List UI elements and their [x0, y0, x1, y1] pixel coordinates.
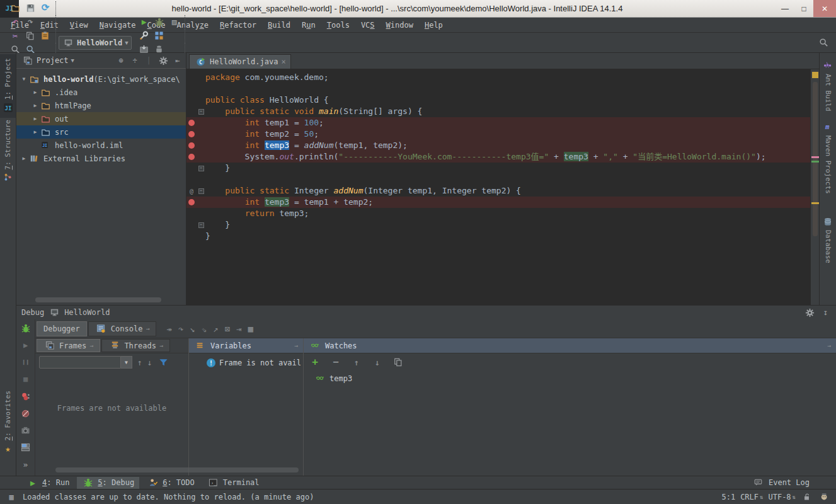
redo-icon[interactable]: ↷: [24, 16, 37, 28]
copy-icon[interactable]: [24, 30, 37, 42]
stripe-tab-ant-build[interactable]: Ant Build: [820, 55, 836, 115]
toolwindow-button-terminal[interactable]: ›_Terminal: [202, 477, 265, 489]
gear-icon[interactable]: [157, 54, 169, 67]
code-line-7[interactable]: int temp3 = addNum(temp1, temp2);: [186, 140, 810, 151]
debug-icon[interactable]: [153, 16, 166, 28]
close-tab-icon[interactable]: ×: [281, 57, 285, 66]
cut-icon[interactable]: ✂: [9, 30, 21, 42]
collapse-all-icon[interactable]: ÷: [129, 56, 140, 65]
remove-icon[interactable]: −: [329, 356, 342, 369]
lock-open-icon[interactable]: [801, 491, 813, 503]
watch-item-temp3[interactable]: temp3: [304, 371, 836, 385]
resume-icon[interactable]: ▶: [20, 339, 32, 352]
locate-file-icon[interactable]: ⊕: [115, 56, 127, 65]
code-line-10[interactable]: [186, 174, 810, 185]
expand-arrow-icon[interactable]: ▶: [31, 103, 39, 108]
tree-item-external-libraries[interactable]: ▶External Libraries: [16, 152, 186, 165]
rerun-icon[interactable]: [20, 322, 32, 335]
combo-dropdown-button[interactable]: ▼: [121, 356, 132, 369]
expand-arrow-icon[interactable]: ▶: [20, 156, 28, 161]
force-step-into-icon[interactable]: ⇘: [202, 324, 207, 334]
expand-arrow-icon[interactable]: ▶: [31, 89, 39, 95]
stripe-tab-7-structure[interactable]: 7: Structure: [0, 116, 16, 188]
code-line-14[interactable]: − }: [186, 219, 810, 231]
debug-tab-debugger[interactable]: Debugger: [37, 321, 87, 336]
tree-item-hello-world[interactable]: ▼hello-world (E:\git_work_space\: [16, 72, 186, 86]
encoding-selector[interactable]: UTF-8⇅: [768, 493, 796, 501]
tree-item-hello-world-iml[interactable]: JIhello-world.iml: [16, 139, 186, 152]
up-icon[interactable]: ↑: [350, 356, 363, 369]
stripe-mark-pink[interactable]: [811, 156, 819, 158]
line-separator-selector[interactable]: CRLF⇅: [740, 493, 763, 501]
step-out-icon[interactable]: ↗: [213, 324, 218, 334]
toolwindow-button-5-debug[interactable]: 5: Debug: [77, 477, 139, 489]
down-icon[interactable]: ↓: [371, 356, 384, 369]
view-breakpoints-icon[interactable]: [20, 390, 32, 403]
code-line-2[interactable]: [186, 83, 810, 94]
code-line-15[interactable]: }: [186, 231, 810, 242]
code-line-11[interactable]: @− public static Integer addNum(Integer …: [186, 185, 810, 197]
toolwindow-button-4-run[interactable]: ▶4: Run: [21, 477, 74, 489]
tree-item-src[interactable]: ▶src: [16, 125, 186, 139]
show-execution-point-icon[interactable]: ↠: [166, 324, 171, 334]
stripe-tab-2-favorites[interactable]: 2: Favorites★: [0, 387, 16, 459]
search-everywhere-icon[interactable]: [817, 37, 830, 49]
stripe-mark-orange[interactable]: [811, 202, 819, 204]
mute-breakpoints-icon[interactable]: [20, 407, 32, 420]
save-icon[interactable]: [24, 2, 37, 14]
code-line-12[interactable]: int temp3 = temp1 + temp2;: [186, 197, 810, 208]
expand-arrow-icon[interactable]: ▶: [31, 116, 39, 122]
menu-item-window[interactable]: Window: [381, 20, 419, 31]
minimize-button[interactable]: —: [776, 0, 794, 17]
frame-up-icon[interactable]: ↑: [137, 358, 142, 367]
gear-icon[interactable]: [803, 306, 816, 319]
editor-error-stripe[interactable]: [810, 69, 819, 305]
run-to-cursor-icon[interactable]: ⇥: [236, 324, 241, 334]
open-icon[interactable]: [9, 2, 21, 14]
tree-item-htmlpage[interactable]: ▶htmlPage: [16, 99, 186, 112]
paste-icon[interactable]: [39, 30, 52, 42]
frames-tab-threads[interactable]: Threads→: [101, 339, 170, 352]
breakpoint-icon[interactable]: [186, 129, 197, 140]
run-configuration-combo[interactable]: HelloWorld ▼: [59, 36, 132, 50]
code-line-5[interactable]: int temp1 = 100;: [186, 117, 810, 129]
stripe-mark-green[interactable]: [811, 161, 819, 163]
code-line-6[interactable]: int temp2 = 50;: [186, 129, 810, 140]
tool-window-switcher-icon[interactable]: ▦: [5, 491, 18, 503]
stripe-tab-database[interactable]: Database: [820, 212, 836, 267]
expand-arrow-icon[interactable]: ▶: [31, 129, 39, 135]
code-line-9[interactable]: − }: [186, 163, 810, 174]
watches-header[interactable]: Watches →: [304, 338, 836, 353]
pause-icon[interactable]: ❙❙: [20, 356, 32, 369]
variables-header[interactable]: Variables →: [189, 338, 303, 353]
hide-debug-panel-icon[interactable]: ↧: [820, 308, 831, 317]
fold-marker-icon[interactable]: −: [197, 219, 205, 231]
tree-item-idea[interactable]: ▶.idea: [16, 86, 186, 99]
debug-tab-console[interactable]: Console→: [88, 321, 157, 336]
fold-marker-icon[interactable]: −: [197, 106, 205, 117]
debug-horizontal-scrollbar[interactable]: [55, 467, 299, 472]
add-icon[interactable]: +: [309, 356, 321, 369]
tree-item-out[interactable]: ▶out: [16, 112, 186, 125]
maximize-button[interactable]: □: [794, 0, 813, 17]
inspection-profile-icon[interactable]: [818, 491, 831, 503]
editor-tab-helloworld-java[interactable]: C HelloWorld.java ×: [189, 54, 291, 69]
menu-item-run[interactable]: Run: [296, 20, 321, 31]
undo-icon[interactable]: ↶: [9, 16, 21, 28]
project-panel-title[interactable]: Project: [37, 56, 69, 65]
float-pane-icon[interactable]: →: [294, 342, 298, 349]
settings-icon[interactable]: [138, 30, 151, 42]
menu-item-tools[interactable]: Tools: [321, 20, 355, 31]
filter-icon[interactable]: [157, 356, 170, 369]
menu-item-vcs[interactable]: VCS: [355, 20, 381, 31]
frames-tab-frames[interactable]: Frames→: [37, 339, 100, 352]
variables-menu-icon[interactable]: [194, 340, 207, 352]
fold-marker-icon[interactable]: −: [197, 163, 205, 174]
thread-dump-icon[interactable]: [20, 424, 32, 437]
restore-layout-icon[interactable]: [20, 441, 32, 454]
stripe-tab-maven-projects[interactable]: mMaven Projects: [820, 117, 836, 198]
fold-marker-icon[interactable]: −: [197, 185, 205, 197]
code-line-1[interactable]: package com.youmeek.demo;: [186, 72, 810, 83]
project-structure-icon[interactable]: [153, 30, 166, 42]
code-line-4[interactable]: − public static void main(String[] args)…: [186, 106, 810, 117]
